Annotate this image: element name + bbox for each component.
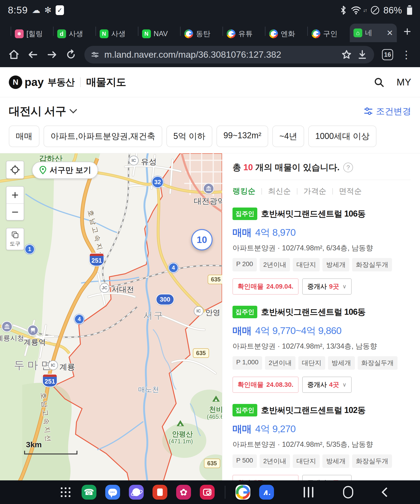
camera-social-app-icon[interactable]	[200, 485, 215, 500]
tab-yen[interactable]: 엔화	[265, 25, 307, 42]
filter-chip-households[interactable]: 1000세대 이상	[308, 126, 377, 147]
filter-chip-property-type[interactable]: 아파트,아파트분양권,재건축	[43, 126, 162, 147]
download-icon[interactable]	[357, 49, 368, 60]
filter-chip-age[interactable]: ~4년	[272, 126, 304, 147]
checkbox-notification-icon: ✓	[56, 5, 64, 15]
realestate-section-label[interactable]: 부동산	[48, 76, 75, 89]
sort-price[interactable]: 가격순	[303, 186, 326, 196]
change-conditions-button[interactable]: 조건변경	[363, 105, 411, 117]
current-location-button[interactable]	[6, 161, 24, 179]
map-tools-button[interactable]: 도구	[6, 228, 24, 250]
map-label-daejeon: 대전광역시	[194, 196, 222, 207]
back-button[interactable]	[27, 49, 38, 60]
tab-privacy-d[interactable]: d 사생	[54, 25, 96, 42]
tab-cut-left[interactable]	[2, 25, 11, 42]
menu-kebab-icon[interactable]: ⋮	[401, 49, 412, 60]
map-route-badge-635: 635	[204, 459, 220, 468]
map-route-badge-635: 635	[193, 348, 209, 358]
filter-chip-trade-type[interactable]: 매매	[9, 126, 39, 147]
sort-area[interactable]: 면적순	[339, 186, 362, 196]
tab-favicon-google-icon	[184, 30, 193, 38]
new-tab-button[interactable]: +	[397, 24, 418, 39]
tab-favicon-google-icon	[311, 30, 320, 38]
tab-favicon-naver-icon: N	[142, 30, 151, 38]
zoom-in-button[interactable]: +	[6, 187, 24, 203]
tab-dongtan[interactable]: 동탄	[181, 25, 223, 42]
help-icon[interactable]: ?	[343, 162, 353, 172]
tab-privacy-n[interactable]: N 사생	[96, 25, 138, 42]
tab-youtube-search[interactable]: 유튜	[223, 25, 265, 42]
forward-button[interactable]	[46, 49, 57, 60]
listing-cluster-marker[interactable]: 10	[191, 229, 213, 250]
tab-naver[interactable]: N NAV	[138, 25, 180, 42]
listing-details: 아파트분양권 · 102/74.98m², 5/35층, 남동향	[232, 440, 411, 449]
zoom-out-button[interactable]: −	[6, 203, 24, 220]
sort-newest[interactable]: 최신순	[268, 186, 291, 196]
sort-bar: 랭킹순 최신순 가격순 면적순	[232, 180, 411, 196]
reload-button[interactable]	[65, 49, 77, 60]
map-label-gyeryong-cityhall: 계룡시청	[0, 334, 24, 343]
tab-close-icon[interactable]: ✕	[387, 28, 393, 37]
naver-land-app-icon[interactable]: ∧.	[259, 485, 274, 500]
status-bar: 8:59 ☁ ✻ ✓ ↓↑ 86%	[0, 0, 420, 20]
listing-item[interactable]: 집주인 호반써밋그랜드센트럴 102동 매매4억 9,270 아파트분양권 · …	[232, 404, 411, 484]
url-bar[interactable]: m.land.naver.com/map/36.3081076:127.382	[84, 46, 374, 63]
no-signal-icon	[371, 6, 379, 14]
map-ic-badge: IC	[129, 156, 139, 165]
chevron-down-icon	[69, 108, 77, 114]
map-route-badge-635: 635	[208, 275, 222, 284]
agents-dropdown[interactable]: 중개사 4곳 ∨	[302, 377, 352, 393]
listing-title[interactable]: 호반써밋그랜드센트럴 102동	[261, 405, 365, 416]
url-text[interactable]: m.land.naver.com/map/36.3081076:127.382	[104, 50, 336, 60]
district-only-toggle[interactable]: 서구만 보기	[32, 162, 98, 179]
tab-healing[interactable]: ✽ [힐링	[11, 25, 53, 42]
search-icon[interactable]	[373, 77, 384, 88]
listing-price: 매매4억 9,770~4억 9,860	[232, 324, 411, 337]
listings-panel: 총 10 개의 매물이 있습니다. ? 랭킹순 최신순 가격순 면적순 집주인 …	[222, 153, 420, 484]
listing-item[interactable]: 집주인 호반써밋그랜드센트럴 106동 매매4억 9,770~4억 9,860 …	[232, 306, 411, 393]
battery-icon	[407, 6, 412, 15]
listing-title[interactable]: 호반써밋그랜드센트럴 106동	[261, 208, 365, 220]
content-area: 갑하산 (468.7m) IC 유성 32 대전광역시 호남고속지선 1 251…	[0, 153, 420, 484]
map-label-anyeong: 안영	[205, 308, 220, 318]
messages-app-icon[interactable]: •••	[105, 485, 120, 500]
cloud-icon: ☁	[32, 5, 40, 15]
app-drawer-icon[interactable]	[61, 487, 70, 497]
recents-nav-button[interactable]	[304, 487, 313, 498]
listing-title[interactable]: 호반써밋그랜드센트럴 106동	[261, 306, 365, 318]
map[interactable]: 갑하산 (468.7m) IC 유성 32 대전광역시 호남고속지선 1 251…	[0, 153, 222, 485]
pin-icon	[39, 166, 47, 175]
agents-dropdown[interactable]: 중개사 9곳 ∨	[302, 278, 352, 295]
site-settings-icon[interactable]	[91, 50, 99, 59]
map-route-oval-300: 300	[156, 294, 174, 305]
bookmark-star-icon[interactable]	[341, 49, 352, 60]
browser-tab-strip: ✽ [힐링 d 사생 N 사생 N NAV 동탄 유튜 엔	[0, 20, 420, 42]
red-app-icon[interactable]	[152, 485, 167, 500]
google-app-icon[interactable]	[236, 485, 250, 500]
tab-naver-land-active[interactable]: ⌂ 네 ✕	[350, 24, 397, 42]
back-nav-button[interactable]	[382, 487, 391, 497]
owner-badge: 집주인	[232, 306, 257, 318]
sort-ranking[interactable]: 랭킹순	[232, 186, 256, 196]
mountain-peak-icon	[177, 420, 184, 426]
gallery-flower-app-icon[interactable]: ✿	[176, 485, 191, 500]
my-menu[interactable]: MY	[397, 77, 411, 88]
wifi-icon	[351, 6, 361, 15]
region-selector[interactable]: 대전시 서구	[9, 104, 77, 119]
filter-chip-price[interactable]: 5억 이하	[166, 126, 212, 147]
naver-logo[interactable]: N	[9, 76, 22, 89]
tab-favicon-market-icon: ✽	[15, 30, 24, 38]
home-button[interactable]	[8, 49, 19, 60]
owner-badge: 집주인	[232, 404, 257, 416]
sliders-icon	[363, 106, 373, 116]
phone-app-icon[interactable]: ☎	[82, 485, 97, 500]
home-nav-button[interactable]	[343, 486, 353, 498]
listing-tags: P 200 2년이내 대단지 방세개 화장실두개	[232, 258, 411, 271]
tab-count-button[interactable]: 16	[382, 49, 393, 60]
tab-jobs[interactable]: 구인	[308, 25, 350, 42]
listing-item[interactable]: 집주인 호반써밋그랜드센트럴 106동 매매4억 8,970 아파트분양권 · …	[232, 208, 411, 295]
pay-logo-text[interactable]: pay	[24, 76, 44, 89]
samsung-internet-app-icon[interactable]	[129, 485, 144, 500]
filter-chip-area[interactable]: 99~132m²	[217, 126, 268, 147]
chevron-down-icon: ∨	[342, 381, 347, 388]
